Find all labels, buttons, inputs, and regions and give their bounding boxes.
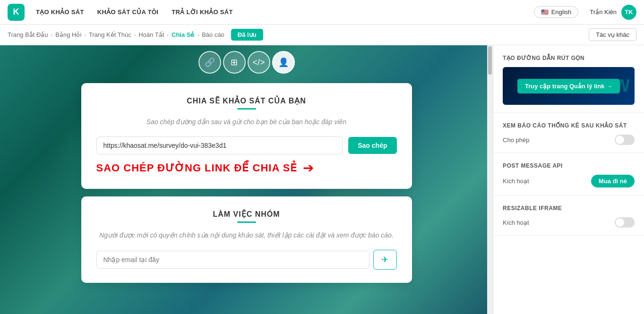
scroll-track[interactable] <box>487 45 493 314</box>
email-input[interactable] <box>96 251 369 269</box>
api-toggle-label: Kích hoạt <box>503 178 529 185</box>
bc-report[interactable]: Báo cáo <box>202 31 224 38</box>
team-card: LÀM VIỆC NHÓM Người được mời có quyền ch… <box>81 196 412 283</box>
send-invite-button[interactable]: ✈ <box>373 250 397 270</box>
annotation-text: SAO CHÉP ĐƯỜNG LINK ĐỂ CHIA SẺ <box>96 162 298 174</box>
promo-banner: Truy cập trang Quản lý link → <box>503 67 635 105</box>
bc-questions[interactable]: Bảng Hỏi <box>55 31 81 38</box>
manage-link-button[interactable]: Truy cập trang Quản lý link → <box>517 79 620 93</box>
send-icon: ✈ <box>381 255 388 265</box>
nav-mine[interactable]: KHẢO SÁT CỦA TÔI <box>97 8 158 16</box>
survey-url-input[interactable] <box>96 136 343 154</box>
lang-flag: 🇺🇸 <box>541 8 549 16</box>
report-title: XEM BÁO CÁO THỐNG KÊ SAU KHẢO SÁT <box>503 122 635 129</box>
cards-container: CHIA SẼ KHẢO SÁT CỦA BẠN Sao chép đường … <box>81 83 412 283</box>
report-toggle[interactable] <box>615 135 635 145</box>
bc-complete[interactable]: Hoàn Tất <box>138 31 164 38</box>
team-card-underline <box>237 221 256 223</box>
nav-answer[interactable]: TRẢ LỜI KHẢO SÁT <box>172 8 232 16</box>
more-actions-button[interactable]: Tác vụ khác <box>589 28 636 41</box>
language-button[interactable]: 🇺🇸 English <box>534 6 579 18</box>
team-card-title: LÀM VIỆC NHÓM <box>96 210 397 219</box>
bc-sep-5: › <box>197 32 199 38</box>
report-toggle-row: Cho phép <box>503 135 635 145</box>
avatar[interactable]: TK <box>621 5 636 20</box>
toolbar-circles: 🔗 ⊞ </> 👤 <box>198 51 295 74</box>
toolbar-code-btn[interactable]: </> <box>248 51 270 74</box>
bc-sep-4: › <box>167 32 169 38</box>
user-area: Trần Kiên TK <box>590 5 636 20</box>
api-section: POST MESSAGE API Kích hoạt Mua đi nè <box>493 153 644 195</box>
lang-label: English <box>551 8 572 16</box>
toolbar-grid-btn[interactable]: ⊞ <box>223 51 246 74</box>
arrow-right-icon: ➔ <box>303 160 314 176</box>
share-card-underline <box>237 108 256 110</box>
nav-create[interactable]: TẠO KHẢO SÁT <box>36 8 84 16</box>
bc-end-page[interactable]: Trang Kết Thúc <box>89 31 131 38</box>
url-row: Sao chép <box>96 136 397 154</box>
api-toggle-row: Kích hoạt Mua đi nè <box>503 175 635 187</box>
api-title: POST MESSAGE API <box>503 162 635 169</box>
share-card-title: CHIA SẼ KHẢO SÁT CỦA BẠN <box>96 96 397 105</box>
iframe-toggle-label: Kích hoạt <box>503 219 529 226</box>
iframe-section: RESIZABLE IFRAME Kích hoạt <box>493 195 644 236</box>
bc-sep-2: › <box>84 32 86 38</box>
report-toggle-label: Cho phép <box>503 136 529 144</box>
toolbar-link-btn[interactable]: 🔗 <box>198 51 221 74</box>
share-card: CHIA SẼ KHẢO SÁT CỦA BẠN Sao chép đường … <box>81 83 412 189</box>
team-card-subtitle: Người được mời có quyền chỉnh sửa nội du… <box>96 230 397 240</box>
top-nav: K TẠO KHẢO SÁT KHẢO SÁT CỦA TÔI TRẢ LỜI … <box>0 0 644 25</box>
report-section: XEM BÁO CÁO THỐNG KÊ SAU KHẢO SÁT Cho ph… <box>493 113 644 153</box>
buy-button[interactable]: Mua đi nè <box>591 175 635 187</box>
iframe-toggle-row: Kích hoạt <box>503 217 635 228</box>
bc-sep-1: › <box>51 32 53 38</box>
share-card-subtitle: Sao chép đường dẫn sau và gửi cho bạn bè… <box>96 117 397 127</box>
bc-sep-3: › <box>134 32 136 38</box>
main-area: 🔗 ⊞ </> 👤 CHIA SẼ KHẢO SÁT CỦA BẠN Sao c… <box>0 45 644 314</box>
background-image: 🔗 ⊞ </> 👤 CHIA SẼ KHẢO SÁT CỦA BẠN Sao c… <box>0 45 493 314</box>
iframe-toggle[interactable] <box>615 217 635 228</box>
annotation: SAO CHÉP ĐƯỜNG LINK ĐỂ CHIA SẺ ➔ <box>96 160 397 176</box>
toolbar-user-btn[interactable]: 👤 <box>272 51 295 74</box>
bc-share[interactable]: Chia Sẻ <box>172 31 194 38</box>
content-area: 🔗 ⊞ </> 👤 CHIA SẼ KHẢO SÁT CỦA BẠN Sao c… <box>0 45 493 314</box>
shortlink-title: TẠO ĐƯỜNG DẪN RÚT GỌN <box>503 55 635 61</box>
copy-button[interactable]: Sao chép <box>348 137 396 154</box>
breadcrumb: Trang Bắt Đầu › Bảng Hỏi › Trang Kết Thú… <box>0 25 644 45</box>
email-row: ✈ <box>96 250 397 270</box>
logo[interactable]: K <box>8 4 25 21</box>
user-name: Trần Kiên <box>590 8 617 16</box>
saved-button[interactable]: Đã lưu <box>231 29 263 41</box>
shortlink-section: TẠO ĐƯỜNG DẪN RÚT GỌN Truy cập trang Quả… <box>493 45 644 113</box>
iframe-title: RESIZABLE IFRAME <box>503 205 635 212</box>
bc-start[interactable]: Trang Bắt Đầu <box>8 31 48 38</box>
nav-links: TẠO KHẢO SÁT KHẢO SÁT CỦA TÔI TRẢ LỜI KH… <box>36 8 523 16</box>
scroll-thumb <box>488 46 492 75</box>
right-sidebar: TẠO ĐƯỜNG DẪN RÚT GỌN Truy cập trang Quả… <box>493 45 644 314</box>
